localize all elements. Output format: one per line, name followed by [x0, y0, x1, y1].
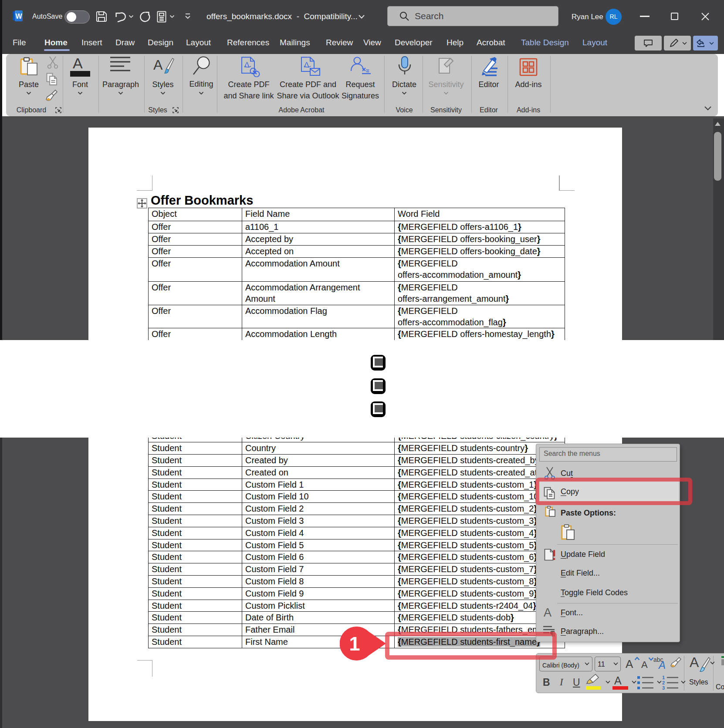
svg-text:1: 1 — [662, 675, 665, 680]
svg-text:3: 3 — [662, 685, 665, 690]
svg-text:1: 1 — [349, 633, 360, 655]
svg-text:2: 2 — [662, 680, 665, 685]
svg-text:W: W — [15, 13, 22, 20]
